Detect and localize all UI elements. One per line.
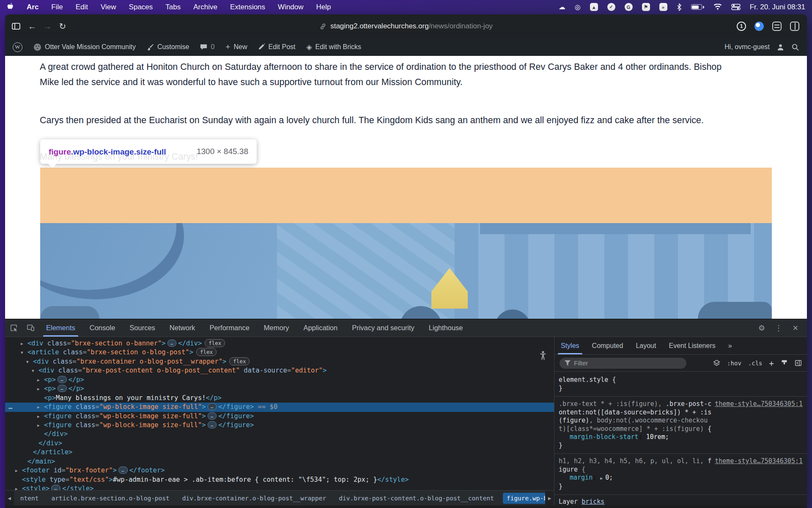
sidebar-toggle-icon[interactable] (12, 23, 20, 30)
inspect-element-icon[interactable] (5, 319, 22, 337)
css-rule[interactable]: theme-style…750346305:1h1, h2, h3, h4, h… (554, 454, 807, 495)
edit-post-menu[interactable]: Edit Post (258, 43, 295, 51)
styles-tab-styles[interactable]: Styles (554, 337, 586, 354)
menu-edit[interactable]: Edit (76, 3, 88, 11)
onepassword-extension-icon[interactable]: 1 (737, 22, 746, 31)
control-center-icon[interactable] (731, 4, 741, 10)
devtools-tab-elements[interactable]: Elements (39, 319, 82, 337)
dom-tree-row[interactable]: …▶<figure class="wp-block-image size-ful… (5, 403, 554, 411)
onepassword-icon[interactable]: ◎ (575, 3, 581, 11)
dom-tree-row[interactable]: ▶<div class="brxe-section o-banner">…</d… (5, 339, 554, 348)
dom-tree-row[interactable]: </article> (5, 448, 554, 457)
comments-menu[interactable]: 0 (200, 43, 214, 51)
customise-menu[interactable]: Customise (147, 43, 189, 51)
stylesheet-source-link[interactable]: theme-style…750346305:1 (715, 457, 803, 466)
css-rule[interactable]: element.style {} (554, 373, 807, 397)
styles-filter-input[interactable]: Filter (560, 358, 686, 369)
breadcrumb-item[interactable]: div.brxe-post-content.o-blog-post__conte… (335, 493, 498, 504)
styles-tab-layout[interactable]: Layout (629, 337, 662, 354)
inline-expand-icon[interactable]: … (208, 421, 217, 428)
dom-tree-row[interactable]: </div> (5, 430, 554, 439)
tree-expand-arrow[interactable]: ▶ (21, 339, 23, 348)
menu-help[interactable]: Help (316, 3, 331, 11)
boosts-icon[interactable] (772, 22, 782, 31)
inline-expand-icon[interactable]: … (167, 340, 177, 347)
breadcrumb-item[interactable]: figure.wp-block-image.size-full (503, 493, 545, 504)
dom-tree-row[interactable]: </main> (5, 457, 554, 466)
dom-tree-row[interactable]: ▶<figure class="wp-block-image size-full… (5, 421, 554, 430)
tree-expand-arrow[interactable]: ▶ (37, 384, 40, 393)
menu-spaces[interactable]: Spaces (129, 3, 153, 11)
devtools-tab-application[interactable]: Application (296, 319, 345, 337)
styles-tab-computed[interactable]: Computed (586, 337, 630, 354)
tree-expand-arrow[interactable]: ▶ (15, 466, 18, 475)
wp-logo-menu[interactable]: W (13, 42, 22, 52)
dom-tree-row[interactable]: ▼<article class="brxe-section o-blog-pos… (5, 348, 554, 357)
layer-link[interactable]: bricks (582, 498, 604, 505)
extension-badge-icon[interactable] (754, 22, 764, 31)
flex-badge[interactable]: flex (229, 357, 250, 365)
dom-tree-row[interactable]: ▶<p>…</p> (5, 384, 554, 393)
sidebar-collapse-icon[interactable] (795, 359, 802, 367)
menu-window[interactable]: Window (278, 3, 303, 11)
dom-tree-row[interactable]: ▶<style>…</style> (5, 484, 554, 490)
cloud-sync-icon[interactable]: ☁ (559, 3, 565, 11)
tree-expand-arrow[interactable]: ▶ (37, 421, 40, 430)
devtools-tab-lighthouse[interactable]: Lighthouse (422, 319, 470, 337)
devtools-tab-console[interactable]: Console (82, 319, 123, 337)
menu-arc[interactable]: Arc (27, 3, 38, 11)
tree-expand-arrow[interactable]: ▶ (37, 375, 40, 384)
breadcrumb-item[interactable]: article.brxe-section.o-blog-post (47, 493, 173, 504)
devtools-tab-network[interactable]: Network (162, 319, 203, 337)
new-style-rule-icon[interactable]: + (769, 359, 774, 368)
user-icon[interactable] (776, 43, 785, 51)
search-icon[interactable] (791, 43, 799, 51)
hover-state-toggle[interactable]: :hov (727, 360, 741, 367)
apple-menu-icon[interactable] (7, 3, 14, 11)
tree-expand-arrow[interactable]: ▼ (32, 366, 34, 375)
inline-expand-icon[interactable]: … (51, 485, 60, 490)
menu-extensions[interactable]: Extensions (230, 3, 265, 11)
edit-with-bricks-menu[interactable]: ◈ Edit with Bricks (307, 43, 362, 52)
class-toggle[interactable]: .cls (748, 360, 763, 367)
dom-tree-row[interactable]: ▼<div class="brxe-post-content o-blog-po… (5, 366, 554, 375)
new-menu[interactable]: + New (225, 42, 247, 52)
dom-tree-row[interactable]: <p>Many blessings on your ministry Carys… (5, 394, 554, 403)
url-bar[interactable]: staging2.ottervalechurches.org/news/ordi… (319, 14, 493, 38)
tree-expand-arrow[interactable]: ▼ (21, 348, 23, 357)
tree-expand-arrow[interactable]: ▶ (37, 412, 40, 421)
devtools-tab-sources[interactable]: Sources (122, 319, 162, 337)
inline-expand-icon[interactable]: … (118, 467, 128, 474)
expand-value-arrow[interactable]: ▶ (600, 476, 605, 480)
toggle-element-state-icon[interactable] (713, 359, 720, 367)
devtools-tab-privacy-and-security[interactable]: Privacy and security (345, 319, 422, 337)
bluetooth-icon[interactable] (677, 3, 682, 11)
grammarly-icon[interactable]: G (625, 3, 633, 11)
breadcrumb-scroll-right-icon[interactable]: ▶ (545, 491, 554, 506)
site-menu[interactable]: Otter Vale Mission Community (33, 43, 136, 51)
dom-tree-row[interactable]: ▶<p>…</p> (5, 375, 554, 384)
tree-expand-arrow[interactable]: ▼ (26, 357, 29, 366)
accessibility-icon[interactable] (537, 350, 549, 362)
account-greeting[interactable]: Hi, ovmc-guest (724, 43, 770, 51)
dom-tree-row[interactable]: ▼<div class="brxe-container o-blog-post_… (5, 357, 554, 366)
dom-tree-row[interactable]: ▶<footer id="brx-footer">…</footer> (5, 466, 554, 475)
flag-app-icon[interactable]: ⚑ (642, 3, 650, 11)
dom-tree-row[interactable]: <style type="text/css">#wp-admin-bar-eae… (5, 475, 554, 484)
tree-expand-arrow[interactable]: ▶ (15, 484, 18, 490)
inline-expand-icon[interactable]: … (58, 376, 67, 383)
devtools-tab-memory[interactable]: Memory (257, 319, 296, 337)
devtools-more-icon[interactable]: ⋮ (771, 323, 786, 333)
menu-file[interactable]: File (51, 3, 63, 11)
inline-expand-icon[interactable]: … (208, 403, 217, 410)
forward-icon[interactable]: → (40, 22, 55, 31)
cloud-check-icon[interactable]: ✓ (607, 3, 615, 11)
inline-expand-icon[interactable]: … (208, 412, 217, 420)
rendering-brush-icon[interactable] (781, 359, 788, 367)
wifi-icon[interactable] (713, 4, 722, 10)
styles-tab-overflow-icon[interactable]: » (722, 337, 738, 354)
devtools-close-icon[interactable]: × (788, 323, 803, 334)
dom-tree-row[interactable]: ▶<figure class="wp-block-image size-full… (5, 412, 554, 421)
menu-archive[interactable]: Archive (193, 3, 217, 11)
inline-expand-icon[interactable]: … (58, 385, 67, 392)
